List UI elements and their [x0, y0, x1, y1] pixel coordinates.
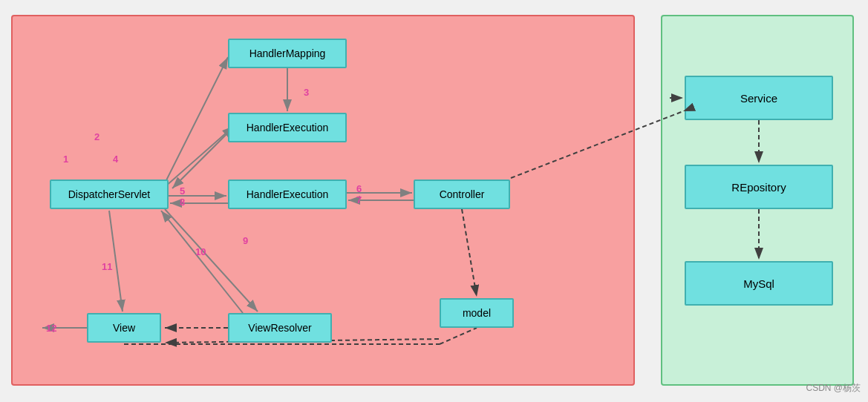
step-7: 7	[356, 194, 362, 205]
svg-line-4	[165, 126, 234, 187]
svg-line-19	[440, 328, 477, 344]
svg-line-10	[165, 209, 258, 312]
handler-execution-top-node: HandlerExecution	[228, 113, 347, 142]
repository-node: REpository	[685, 165, 833, 209]
step-8: 8	[180, 197, 185, 208]
handler-execution-mid-node: HandlerExecution	[228, 179, 347, 209]
controller-node: Controller	[414, 179, 510, 209]
right-panel: Service REpository MySql	[661, 15, 854, 386]
svg-line-15	[462, 209, 477, 297]
step-10: 10	[195, 246, 206, 257]
handler-mapping-node: HandlerMapping	[228, 39, 347, 68]
svg-line-5	[172, 129, 232, 188]
service-node: Service	[685, 76, 833, 120]
step-1: 1	[63, 154, 68, 165]
step-12: 12	[46, 323, 56, 334]
watermark: CSDN @杨茨	[806, 382, 861, 395]
mysql-node: MySql	[685, 261, 833, 306]
step-5: 5	[180, 185, 185, 197]
dispatcher-servlet-node: DispatcherServlet	[50, 179, 169, 209]
step-9: 9	[243, 235, 248, 246]
step-6: 6	[356, 183, 362, 194]
svg-line-3	[161, 57, 228, 191]
svg-line-11	[161, 211, 243, 313]
step-2: 2	[94, 131, 99, 142]
step-4: 4	[113, 154, 118, 165]
view-resolver-node: ViewResolver	[228, 313, 332, 343]
view-node: View	[87, 313, 161, 343]
step-11: 11	[102, 261, 112, 272]
step-3: 3	[304, 87, 309, 98]
main-panel: HandlerMapping HandlerExecution Dispatch…	[11, 15, 635, 386]
model-node: model	[440, 298, 514, 328]
